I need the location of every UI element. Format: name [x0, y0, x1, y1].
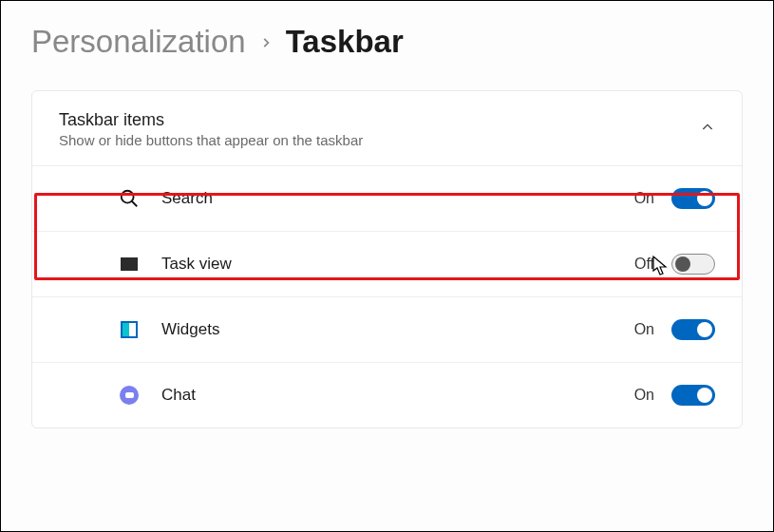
svg-line-1 [132, 201, 138, 207]
taskbar-item-chat: Chat On [32, 363, 742, 428]
taskbar-items-card: Taskbar items Show or hide buttons that … [31, 90, 743, 428]
item-state: On [634, 190, 654, 207]
search-icon [118, 187, 141, 210]
breadcrumb: Personalization Taskbar [1, 1, 773, 83]
item-label: Task view [161, 255, 634, 274]
taskview-toggle[interactable] [671, 254, 715, 275]
item-state: Off [634, 256, 654, 273]
widgets-icon [118, 318, 141, 341]
item-label: Search [161, 189, 634, 208]
chat-icon [118, 384, 141, 407]
chevron-up-icon[interactable] [700, 120, 715, 140]
taskbar-item-search: Search On [32, 166, 742, 232]
taskbar-item-taskview: Task view Off [32, 232, 742, 297]
svg-point-0 [122, 191, 134, 203]
item-label: Chat [161, 386, 634, 405]
chevron-right-icon [259, 28, 273, 55]
taskview-icon [118, 253, 141, 276]
item-label: Widgets [161, 320, 634, 339]
breadcrumb-current: Taskbar [286, 24, 404, 60]
card-header[interactable]: Taskbar items Show or hide buttons that … [32, 91, 742, 166]
item-state: On [634, 321, 654, 338]
chat-toggle[interactable] [671, 385, 715, 406]
taskbar-item-widgets: Widgets On [32, 297, 742, 363]
item-state: On [634, 387, 654, 404]
search-toggle[interactable] [671, 188, 715, 209]
breadcrumb-parent[interactable]: Personalization [31, 24, 246, 60]
section-title: Taskbar items [59, 110, 700, 130]
section-subtitle: Show or hide buttons that appear on the … [59, 132, 700, 148]
widgets-toggle[interactable] [671, 319, 715, 340]
